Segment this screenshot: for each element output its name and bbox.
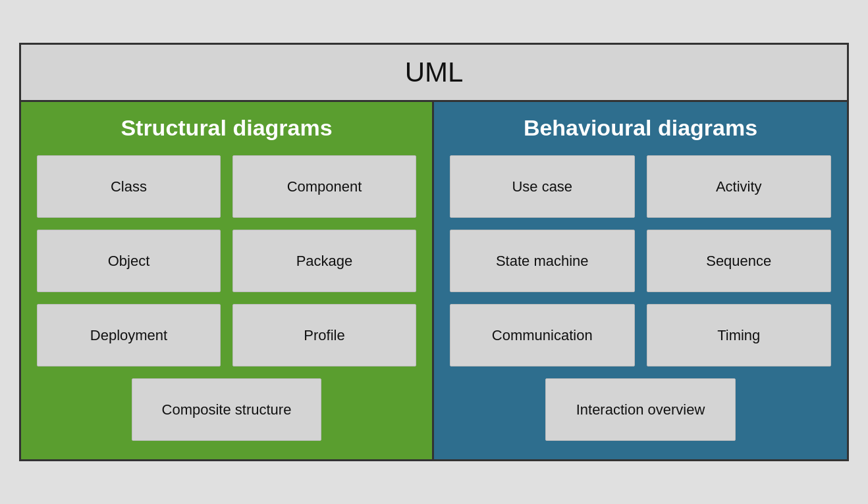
structural-heading: Structural diagrams bbox=[37, 115, 416, 141]
package-box: Package bbox=[232, 230, 416, 292]
composite-structure-box: Composite structure bbox=[132, 378, 321, 441]
state-machine-box: State machine bbox=[450, 230, 635, 292]
uml-diagram: UML Structural diagrams Class Component … bbox=[19, 43, 849, 461]
diagrams-row: Structural diagrams Class Component Obje… bbox=[21, 102, 847, 459]
profile-box: Profile bbox=[232, 304, 416, 366]
structural-grid: Class Component Object Package Deploymen… bbox=[37, 155, 416, 441]
behavioural-grid: Use case Activity State machine Sequence… bbox=[450, 155, 831, 441]
communication-box: Communication bbox=[450, 304, 635, 366]
class-box: Class bbox=[37, 155, 221, 218]
behavioural-section: Behavioural diagrams Use case Activity S… bbox=[434, 102, 847, 459]
structural-section: Structural diagrams Class Component Obje… bbox=[21, 102, 434, 459]
sequence-box: Sequence bbox=[647, 230, 832, 292]
timing-box: Timing bbox=[647, 304, 832, 366]
interaction-overview-box: Interaction overview bbox=[545, 378, 736, 441]
behavioural-heading: Behavioural diagrams bbox=[450, 115, 831, 141]
use-case-box: Use case bbox=[450, 155, 635, 218]
uml-title: UML bbox=[21, 45, 847, 102]
deployment-box: Deployment bbox=[37, 304, 221, 366]
object-box: Object bbox=[37, 230, 221, 292]
component-box: Component bbox=[232, 155, 416, 218]
activity-box: Activity bbox=[647, 155, 832, 218]
